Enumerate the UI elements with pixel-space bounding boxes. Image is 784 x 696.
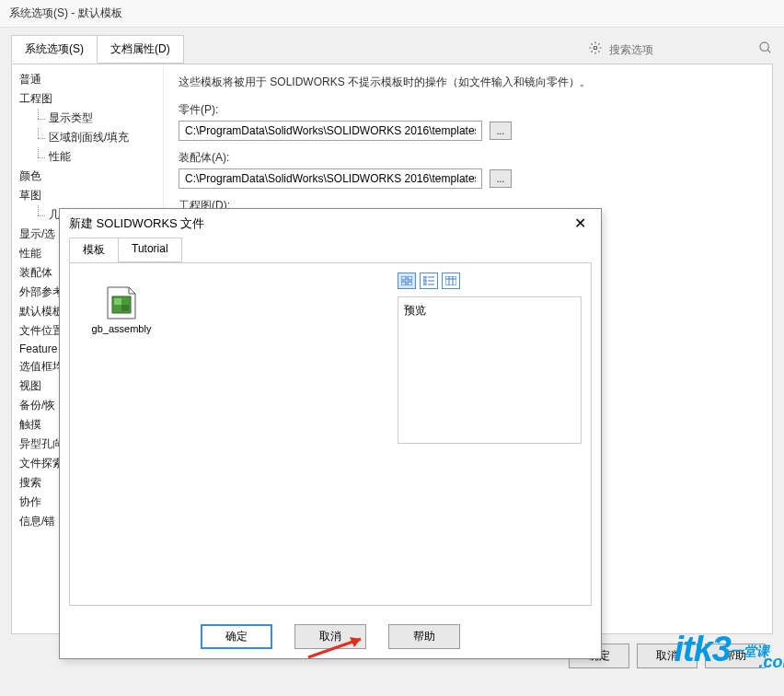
tree-item-performance[interactable]: 性能 [16, 147, 159, 167]
template-label: gb_assembly [92, 323, 152, 334]
system-options-tab[interactable]: 系统选项(S) [11, 35, 98, 64]
main-tab-bar: 系统选项(S) 文档属性(D) [11, 35, 183, 64]
template-gb-assembly[interactable]: gb_assembly [85, 278, 158, 338]
tree-item-area-hatch[interactable]: 区域剖面线/填充 [16, 128, 159, 147]
tutorial-tab[interactable]: Tutorial [118, 238, 182, 262]
svg-rect-7 [408, 276, 412, 280]
search-input[interactable] [605, 40, 758, 60]
watermark-logo: itk3一堂课 .com [674, 630, 769, 689]
svg-rect-9 [408, 282, 412, 285]
templates-tab[interactable]: 模板 [69, 238, 119, 262]
search-options[interactable] [589, 40, 773, 60]
browse-assembly-button[interactable]: ... [490, 169, 512, 188]
svg-rect-16 [445, 276, 456, 285]
document-properties-tab[interactable]: 文档属性(D) [97, 35, 184, 64]
new-solidworks-file-dialog: 新建 SOLIDWORKS 文件 ✕ 模板 Tutorial gb_assemb… [59, 208, 602, 659]
part-path-input[interactable] [179, 121, 482, 141]
view-list[interactable] [420, 273, 438, 289]
svg-rect-12 [423, 280, 426, 282]
svg-rect-14 [423, 284, 426, 285]
window-title: 系统选项(S) - 默认模板 [0, 0, 784, 28]
svg-rect-6 [401, 276, 406, 280]
svg-rect-10 [423, 276, 426, 278]
assembly-icon [105, 282, 138, 320]
assembly-label: 装配体(A): [179, 150, 757, 166]
svg-point-1 [760, 42, 768, 51]
view-large-icons[interactable] [398, 273, 416, 289]
browse-part-button[interactable]: ... [490, 122, 512, 140]
dialog-ok-button[interactable]: 确定 [201, 624, 272, 649]
svg-rect-5 [121, 305, 129, 311]
part-label: 零件(P): [179, 102, 757, 118]
assembly-path-input[interactable] [179, 168, 482, 189]
preview-panel: 预览 [398, 296, 582, 444]
gear-icon [589, 41, 602, 57]
dialog-help-button[interactable]: 帮助 [388, 624, 460, 649]
close-icon[interactable]: ✕ [569, 215, 592, 232]
tree-item-sketch[interactable]: 草图 [16, 186, 159, 205]
tree-item-general[interactable]: 普通 [16, 70, 159, 89]
tree-item-colors[interactable]: 颜色 [16, 167, 159, 186]
tree-item-drawings[interactable]: 工程图 [16, 89, 159, 109]
panel-description: 这些模板将被用于 SOLIDWORKS 不提示模板时的操作（如文件输入和镜向零件… [179, 74, 757, 91]
dialog-cancel-button[interactable]: 取消 [294, 624, 366, 649]
svg-rect-4 [114, 298, 121, 305]
tree-item-display-style[interactable]: 显示类型 [16, 109, 159, 128]
search-icon[interactable] [758, 41, 773, 58]
svg-rect-8 [401, 282, 406, 285]
dialog-title: 新建 SOLIDWORKS 文件 [69, 215, 204, 232]
svg-line-2 [767, 50, 770, 52]
svg-point-0 [594, 46, 597, 50]
template-list: gb_assembly [79, 273, 388, 596]
view-details[interactable] [442, 273, 460, 289]
preview-label: 预览 [404, 303, 575, 319]
